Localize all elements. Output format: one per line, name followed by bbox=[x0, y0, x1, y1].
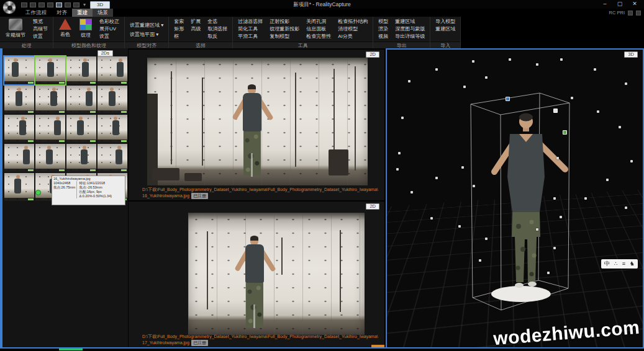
view-2d-bottom[interactable]: 2D D:\下载\Full_Body_Photogrammetry_Datase… bbox=[129, 202, 384, 347]
account-icon[interactable] bbox=[636, 11, 641, 16]
close-button[interactable]: ✕ bbox=[628, 0, 642, 8]
light-stand bbox=[340, 230, 341, 312]
camera-dot bbox=[560, 216, 562, 218]
ribbon-button[interactable]: 导入模型 bbox=[434, 18, 456, 25]
ribbon-menu-button[interactable]: 设置重建区域 ▾ bbox=[129, 20, 165, 30]
tab-对齐[interactable]: 对齐 bbox=[52, 9, 72, 17]
view-2d-top[interactable]: 2D D:\下载\Full_Body_Photogrammetry_Datase… bbox=[129, 50, 384, 200]
tooltip-right-column: 特征:1341/22018 焦点:-26.53mm 匹配:16px, 9px Δ… bbox=[79, 181, 112, 198]
camera-dot bbox=[398, 152, 401, 154]
ribbon-group: 着色纹理色彩校正展开UV设置模型颜色和纹理 bbox=[53, 17, 125, 48]
maximize-button[interactable]: ▢ bbox=[613, 0, 627, 8]
thumbnail[interactable] bbox=[66, 86, 96, 113]
ribbon-button[interactable]: 设置 bbox=[98, 33, 120, 40]
ribbon-button[interactable]: 正射投影 bbox=[268, 18, 301, 25]
thumbnail[interactable] bbox=[98, 115, 127, 143]
ribbon-button[interactable]: 设置 bbox=[32, 33, 49, 40]
ribbon-menu-button[interactable]: 设置地平面 ▾ bbox=[129, 30, 165, 39]
help-icon[interactable] bbox=[628, 11, 633, 16]
thumbnail[interactable] bbox=[4, 86, 34, 113]
image-filename: 16_YukihiroIwayama.jpg bbox=[142, 193, 189, 198]
thumbnail[interactable] bbox=[35, 115, 65, 143]
ribbon-button[interactable]: 取反 bbox=[206, 33, 229, 40]
tab-工作流程[interactable]: 工作流程 bbox=[20, 9, 52, 17]
camera-marker[interactable] bbox=[563, 130, 567, 135]
ribbon-button[interactable]: 框 bbox=[173, 33, 185, 40]
ribbon-button[interactable]: 渲染 bbox=[377, 25, 389, 33]
ribbon-button[interactable]: 矩形 bbox=[173, 25, 185, 33]
ribbon-button[interactable]: 模型 bbox=[377, 18, 389, 25]
texture-button[interactable]: 纹理 bbox=[78, 18, 94, 39]
thumbnail[interactable] bbox=[98, 56, 127, 84]
thumbnail[interactable] bbox=[4, 115, 34, 143]
ribbon-button[interactable]: 展开UV bbox=[98, 25, 120, 33]
view-type-pill[interactable]: 2D bbox=[366, 51, 379, 58]
registered-badge: 已注册 bbox=[191, 340, 208, 346]
photo-view-17[interactable] bbox=[188, 213, 365, 335]
ribbon-button[interactable]: 扩展 bbox=[189, 18, 202, 25]
view-3d[interactable]: 3D bbox=[386, 48, 644, 349]
camera-marker[interactable] bbox=[506, 97, 510, 101]
normal-detail-button[interactable]: 常规细节 bbox=[4, 18, 27, 39]
colorize-button[interactable]: 着色 bbox=[57, 18, 73, 38]
view-type-pill[interactable]: 3D bbox=[624, 51, 638, 58]
tab-场景[interactable]: 场景 bbox=[93, 9, 113, 17]
photo-view-16[interactable] bbox=[147, 58, 368, 185]
ribbon-button[interactable]: 重建区域 bbox=[394, 18, 426, 25]
pan-icon[interactable]: 中 bbox=[604, 260, 610, 268]
ribbon-button[interactable]: 简化工具 bbox=[237, 25, 264, 33]
light-stand bbox=[281, 238, 283, 275]
ribbon-button[interactable]: 复制模型 bbox=[268, 33, 301, 40]
thumbnail[interactable] bbox=[4, 144, 34, 172]
view-type-pill[interactable]: 2D bbox=[366, 203, 379, 210]
ribbon-group: 过滤器选择简化工具平滑工具正射投影纹理重新投影复制模型关闭孔洞信息面板检查完整性… bbox=[233, 17, 373, 48]
ribbon-button[interactable]: 视频 bbox=[377, 33, 389, 40]
ribbon-button[interactable]: 过滤器选择 bbox=[237, 18, 264, 25]
ribbon-button[interactable]: 关闭孔洞 bbox=[305, 18, 332, 25]
ribbon-button[interactable]: 高级 bbox=[189, 25, 202, 33]
ribbon-button[interactable]: 重建区域 bbox=[434, 25, 456, 33]
thumbnail[interactable] bbox=[35, 144, 65, 172]
view3d-toolbar: 中∴≡♞ bbox=[601, 259, 638, 269]
minimize-button[interactable]: – bbox=[598, 0, 612, 8]
ribbon-button[interactable]: 全选 bbox=[206, 18, 229, 25]
thumbnail[interactable] bbox=[66, 115, 96, 143]
app-logo-icon[interactable] bbox=[2, 1, 16, 14]
thumbnail[interactable] bbox=[98, 144, 127, 172]
orbit-icon[interactable]: ∴ bbox=[614, 260, 618, 268]
camera-dot bbox=[536, 63, 538, 66]
ribbon-button[interactable]: 套索 bbox=[173, 18, 185, 25]
fly-icon[interactable]: ♞ bbox=[630, 260, 635, 268]
tooltip-line: 特征:1341/22018 bbox=[79, 181, 112, 185]
ribbon-button[interactable]: 预览 bbox=[32, 18, 49, 25]
ribbon-button[interactable]: 高细节 bbox=[32, 25, 49, 33]
thumbnail[interactable] bbox=[66, 56, 96, 84]
ribbon-button[interactable]: 检查拓扑结构 bbox=[337, 18, 369, 25]
ribbon-button[interactable]: 纹理重新投影 bbox=[268, 25, 301, 33]
camera-dot bbox=[556, 157, 559, 159]
thumbnail[interactable] bbox=[66, 144, 96, 172]
ribbon-button[interactable]: 深度图与蒙版 bbox=[394, 25, 426, 33]
ribbon-groups: 常规细节预览高细节设置处理着色纹理色彩校正展开UV设置模型颜色和纹理设置重建区域… bbox=[0, 17, 461, 48]
ribbon-button[interactable]: 检查完整性 bbox=[305, 33, 332, 40]
panel-type-pill[interactable]: 2Ds bbox=[98, 50, 113, 56]
thumbnail[interactable] bbox=[98, 86, 127, 113]
ribbon-button[interactable]: AI分类 bbox=[337, 33, 369, 40]
ribbon-button[interactable]: 导出详细等级 bbox=[394, 33, 426, 40]
camera-marker[interactable] bbox=[553, 109, 558, 113]
ribbon-button[interactable]: 信息面板 bbox=[305, 25, 332, 33]
thumbnail[interactable] bbox=[35, 56, 65, 84]
ribbon-button[interactable]: 色彩校正 bbox=[98, 18, 120, 25]
ribbon-button[interactable]: 清理模型 bbox=[337, 25, 369, 33]
thumbnail[interactable] bbox=[4, 173, 34, 201]
thumbnail[interactable] bbox=[35, 86, 65, 113]
camera-dot bbox=[435, 177, 438, 179]
horizontal-scrollbar[interactable] bbox=[371, 345, 384, 347]
camera-info-tooltip: 16_YukihiroIwayama.jpg 1040x2468 焦点:26.7… bbox=[52, 176, 125, 205]
ribbon-button[interactable]: 取消选择 bbox=[206, 25, 229, 33]
bars-icon[interactable]: ≡ bbox=[622, 260, 625, 268]
ribbon-button[interactable]: 平滑工具 bbox=[237, 33, 264, 40]
tab-重建[interactable]: 重建 bbox=[72, 9, 93, 17]
window-title: 新项目* - RealityCapture bbox=[0, 1, 644, 9]
thumbnail[interactable] bbox=[4, 56, 34, 84]
